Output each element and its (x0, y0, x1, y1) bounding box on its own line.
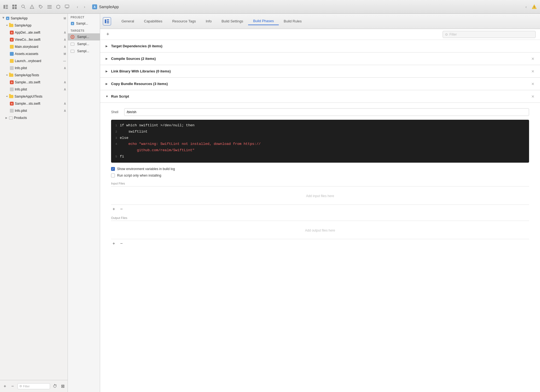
section-link-binary[interactable]: ▶ Link Binary With Libraries (0 items) ✕ (100, 65, 540, 78)
sidebar: ▶ A SampleApp M ▼ SampleApp S AppDel...a… (0, 14, 68, 392)
svg-text:A: A (7, 17, 8, 19)
tab-build-rules[interactable]: Build Rules (279, 17, 307, 25)
remove-input-file-button[interactable]: − (119, 206, 124, 212)
section-close-button[interactable]: ✕ (531, 57, 535, 61)
add-file-button[interactable]: + (2, 384, 8, 389)
alert-icon[interactable]: ! (532, 4, 537, 9)
sidebar-badge: M (64, 52, 66, 55)
tag-icon[interactable] (38, 4, 43, 9)
section-copy-bundle[interactable]: ▶ Copy Bundle Resources (3 items) ✕ (100, 78, 540, 90)
sidebar-label: SampleAppTests (14, 73, 39, 77)
checkbox-install-label: Run script only when installing (117, 174, 161, 177)
sidebar-badge: M (64, 17, 66, 20)
project-section-label: PROJECT (68, 14, 100, 20)
sidebar-item-appdelegate[interactable]: S AppDel...ate.swift A (0, 29, 68, 36)
line-content: echo "warning: SwiftLint not installed, … (120, 141, 261, 147)
section-close-button[interactable]: ✕ (531, 82, 535, 86)
sidebar-item-info-plist[interactable]: Info.plist A (0, 65, 68, 72)
code-line-5: 5 fi (111, 154, 529, 160)
sidebar-item-sampleapp-root[interactable]: ▶ A SampleApp M (0, 15, 68, 22)
folder-icon (9, 74, 13, 77)
svg-text:A: A (72, 23, 73, 25)
sidebar-bottom: + − ⊙ Filter ⏱ ⊠ (0, 380, 68, 392)
section-compile-sources[interactable]: ▶ Compile Sources (2 items) ✕ (100, 52, 540, 65)
list-icon[interactable] (47, 4, 52, 9)
svg-rect-15 (47, 8, 52, 8)
sidebar-item-sampleuitests-swift[interactable]: S Sample...sts.swift A (0, 100, 68, 107)
input-files-section: Input Files Add input files here + − (111, 182, 529, 212)
svg-marker-16 (57, 5, 60, 9)
sidebar-item-sampletests-plist[interactable]: Info.plist A (0, 86, 68, 93)
folder-icon (9, 95, 13, 98)
add-input-file-button[interactable]: + (111, 206, 117, 212)
checkbox-install[interactable] (111, 174, 115, 177)
checkbox-env[interactable]: ✓ (111, 167, 115, 171)
nav-left-icon[interactable]: ‹ (523, 4, 529, 10)
section-target-deps[interactable]: ▶ Target Dependencies (0 items) (100, 40, 540, 52)
project-item[interactable]: A Sampl... (68, 20, 100, 27)
add-phase-button[interactable]: + (104, 31, 111, 38)
checkbox-install-row: Run script only when installing (111, 174, 529, 177)
tab-build-settings[interactable]: Build Settings (217, 17, 248, 25)
nav-back-button[interactable]: ‹ (74, 4, 80, 10)
tab-capabilities[interactable]: Capabilities (139, 17, 167, 25)
shell-input[interactable] (124, 108, 529, 116)
sidebar-item-launch-storyboard[interactable]: Launch...oryboard — (0, 57, 68, 65)
section-close-button[interactable]: ✕ (531, 69, 535, 74)
run-script-header[interactable]: ▼ Run Script ✕ (100, 90, 540, 103)
run-script-close-button[interactable]: ✕ (531, 94, 535, 99)
center-panel: General Capabilities Resource Tags Info … (100, 14, 540, 392)
sidebar-badge: A (64, 45, 66, 48)
sidebar-label: SampleApp (14, 24, 31, 27)
target-item-1[interactable]: Sampl... (68, 40, 100, 48)
warning-small-icon[interactable]: ⊠ (60, 384, 65, 389)
sidebar-item-sampleuitests-plist[interactable]: Info.plist A (0, 107, 68, 114)
toolbar-icons: ! (3, 4, 69, 9)
grid-icon[interactable] (12, 4, 17, 9)
sidebar-item-viewcontroller[interactable]: S ViewCo...ller.swift A (0, 36, 68, 43)
message-icon[interactable] (65, 4, 69, 9)
sidebar-item-sampletests-swift[interactable]: S Sample...sts.swift A (0, 79, 68, 86)
svg-rect-13 (47, 5, 52, 6)
code-editor[interactable]: 1 if which swiftlint >/dev/null; then 2 … (111, 120, 529, 163)
sidebar-toggle-icon[interactable] (3, 4, 8, 9)
remove-output-file-button[interactable]: − (119, 241, 124, 246)
filter-right[interactable]: ⊙ Filter (443, 31, 536, 38)
remove-file-button[interactable]: − (10, 384, 15, 389)
folder-icon (9, 24, 13, 27)
clock-icon[interactable]: ⏱ (52, 384, 58, 389)
folder-icon (71, 43, 74, 46)
sidebar-item-assets[interactable]: Assets.xcassets M (0, 50, 68, 57)
xcassets-icon (10, 52, 14, 56)
search-icon[interactable] (21, 4, 26, 9)
tab-resource-tags[interactable]: Resource Tags (167, 17, 201, 25)
sidebar-item-sampleapp-group[interactable]: ▼ SampleApp (0, 22, 68, 29)
svg-rect-6 (12, 7, 14, 9)
sidebar-item-sampleuitests-group[interactable]: ▼ SampleAppUITests (0, 93, 68, 100)
hex-icon[interactable] (56, 4, 61, 9)
sidebar-item-main-storyboard[interactable]: Main.storyboard A (0, 43, 68, 50)
tab-build-phases[interactable]: Build Phases (248, 17, 279, 25)
tab-general[interactable]: General (117, 17, 139, 25)
sidebar-item-sampletests-group[interactable]: ▼ SampleAppTests (0, 72, 68, 79)
target-item-2[interactable]: Sampl... (68, 48, 100, 55)
sidebar-item-products[interactable]: ▶ Products (0, 114, 68, 121)
nav-forward-button[interactable]: › (82, 4, 88, 10)
sidebar-badge: A (64, 109, 66, 112)
run-script-title: Run Script (111, 94, 129, 98)
target-item-0[interactable]: Sampl... (68, 33, 100, 40)
add-output-file-button[interactable]: + (111, 241, 117, 246)
code-line-1: 1 if which swiftlint >/dev/null; then (111, 122, 529, 129)
section-toggle-icon: ▶ (106, 45, 109, 48)
run-script-body: Shell 1 if which swiftlint >/dev/null; t… (100, 103, 540, 252)
top-bar-right: ‹ ! (523, 4, 537, 10)
project-panel: PROJECT A Sampl... TARGETS Sampl... Samp… (68, 14, 100, 392)
line-number: 2 (111, 130, 120, 134)
tab-info[interactable]: Info (201, 17, 217, 25)
sidebar-toggle-button[interactable] (103, 17, 111, 25)
svg-rect-5 (15, 5, 17, 7)
warning-icon[interactable]: ! (30, 4, 34, 9)
tree-arrow: ▶ (5, 116, 8, 119)
tree-arrow: ▼ (5, 74, 8, 77)
filter-box[interactable]: ⊙ Filter (18, 383, 50, 389)
